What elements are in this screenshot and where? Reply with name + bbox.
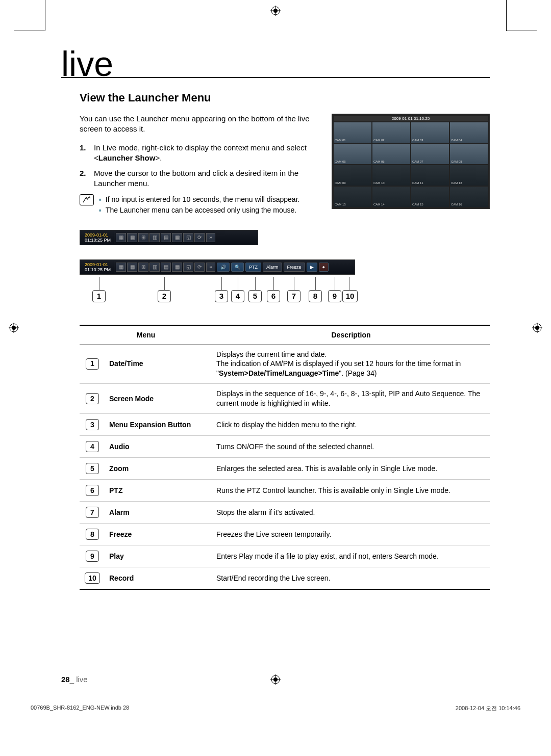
- row-num: 4: [86, 441, 99, 452]
- row-desc: Enters Play mode if a file to play exist…: [212, 545, 490, 567]
- print-timestamp: 2008-12-04 오전 10:14:46: [456, 705, 520, 712]
- callout-6: 6: [267, 290, 280, 302]
- table-row: 5 Zoom Enlarges the selected area. This …: [80, 457, 490, 479]
- col-description: Description: [212, 325, 490, 345]
- alarm-button[interactable]: Alarm: [263, 263, 282, 272]
- table-row: 8 Freeze Freezes the Live screen tempora…: [80, 523, 490, 545]
- split-16-icon[interactable]: ▦: [116, 263, 126, 272]
- split-8-icon[interactable]: ▤: [161, 263, 171, 272]
- menu-expand-button[interactable]: »: [206, 233, 215, 242]
- split-pip-icon[interactable]: ◱: [183, 263, 193, 272]
- split-6-icon[interactable]: ▥: [149, 263, 160, 272]
- row-num: 1: [86, 358, 99, 370]
- row-desc: Start/End recording the Live screen.: [212, 567, 490, 589]
- callout-2: 2: [158, 290, 171, 302]
- registration-mark-icon: [8, 322, 19, 333]
- split-auto-icon[interactable]: ⟳: [194, 233, 205, 242]
- cam-cell: CAM 11: [411, 165, 449, 186]
- row-num: 9: [86, 551, 99, 562]
- cam-cell: CAM 05: [334, 144, 371, 164]
- crop-mark: [14, 31, 45, 31]
- split-4-icon[interactable]: ⊞: [138, 233, 148, 242]
- split-auto-icon[interactable]: ⟳: [194, 263, 205, 272]
- row-num: 10: [85, 572, 100, 584]
- menu-expand-button[interactable]: »: [206, 263, 215, 272]
- callout-10: 10: [342, 290, 358, 302]
- row-num: 2: [86, 393, 99, 404]
- row-name: Zoom: [105, 457, 212, 479]
- note-1: If no input is entered for 10 seconds, t…: [99, 194, 299, 205]
- registration-mark-icon: [532, 322, 543, 333]
- step-1-bold: Launcher Show: [98, 153, 156, 162]
- callout-row: 1 2 3 4 5 6 7 8 9 10: [80, 277, 490, 307]
- split-pip-icon[interactable]: ◱: [183, 233, 193, 242]
- row-name: Alarm: [105, 501, 212, 523]
- menu-description-table: Menu Description 1 Date/Time Displays th…: [80, 325, 490, 590]
- row-name: Menu Expansion Button: [105, 413, 212, 435]
- intro-text: You can use the Launcher menu appearing …: [80, 114, 321, 135]
- registration-mark-icon: [270, 5, 281, 16]
- split-9-icon[interactable]: ▦: [127, 263, 137, 272]
- screen-mode-icons: ▦ ▦ ⊞ ▥ ▤ ▦ ◱ ⟳: [116, 233, 205, 242]
- row-num: 8: [86, 529, 99, 540]
- split-13-icon[interactable]: ▦: [172, 233, 182, 242]
- crop-mark: [506, 0, 507, 31]
- screen-mode-icons: ▦ ▦ ⊞ ▥ ▤ ▦ ◱ ⟳: [116, 263, 205, 272]
- cam-cell: CAM 07: [411, 144, 449, 164]
- table-row: 3 Menu Expansion Button Click to display…: [80, 413, 490, 435]
- zoom-button[interactable]: 🔍: [231, 263, 244, 272]
- row-desc: Freezes the Live screen temporarily.: [212, 523, 490, 545]
- col-menu: Menu: [80, 325, 212, 345]
- cam-cell: CAM 12: [450, 165, 488, 186]
- table-row: 2 Screen Mode Displays in the sequence o…: [80, 384, 490, 414]
- launcher-datetime: 2009-01-01 01:10:25 PM: [82, 231, 114, 244]
- cam-cell: CAM 01: [334, 122, 371, 143]
- crop-mark: [45, 0, 45, 31]
- print-file: 00769B_SHR-8162_ENG-NEW.indb 28: [31, 705, 129, 712]
- table-row: 7 Alarm Stops the alarm if it's activate…: [80, 501, 490, 523]
- note-icon: [80, 194, 94, 205]
- live-screen-preview: 2009-01-01 01:10:25 CAM 01 CAM 02 CAM 03…: [332, 114, 490, 216]
- cam-cell: CAM 03: [411, 122, 449, 143]
- row-name: PTZ: [105, 479, 212, 501]
- row-num: 5: [86, 463, 99, 474]
- cam-cell: CAM 16: [450, 187, 488, 207]
- row-name: Audio: [105, 435, 212, 457]
- split-16-icon[interactable]: ▦: [116, 233, 126, 242]
- row-name: Play: [105, 545, 212, 567]
- split-6-icon[interactable]: ▥: [149, 233, 160, 242]
- row-desc: Stops the alarm if it's activated.: [212, 501, 490, 523]
- callout-5: 5: [248, 290, 262, 302]
- audio-button[interactable]: 🔊: [217, 263, 230, 272]
- row-name: Record: [105, 567, 212, 589]
- grid-timestamp: 2009-01-01 01:10:25: [334, 116, 488, 121]
- page-number: 28: [61, 675, 70, 684]
- step-2: Move the cursor to the bottom and click …: [80, 168, 321, 189]
- split-13-icon[interactable]: ▦: [172, 263, 182, 272]
- ptz-button[interactable]: PTZ: [245, 263, 261, 272]
- row-desc: Displays the current time and date. The …: [212, 344, 490, 384]
- row-desc: Runs the PTZ Control launcher. This is a…: [212, 479, 490, 501]
- record-button[interactable]: ●: [319, 263, 329, 272]
- step-1: In Live mode, right-click to display the…: [80, 143, 321, 164]
- table-row: 1 Date/Time Displays the current time an…: [80, 344, 490, 384]
- split-4-icon[interactable]: ⊞: [138, 263, 148, 272]
- row-num: 3: [86, 419, 99, 430]
- table-row: 10 Record Start/End recording the Live s…: [80, 567, 490, 589]
- play-button[interactable]: ▶: [307, 263, 317, 272]
- launcher-bar-collapsed: 2009-01-01 01:10:25 PM ▦ ▦ ⊞ ▥ ▤ ▦ ◱ ⟳ »: [80, 230, 258, 245]
- freeze-button[interactable]: Freeze: [284, 263, 305, 272]
- page-footer: 28_ live: [61, 675, 88, 684]
- cam-cell: CAM 14: [372, 187, 410, 207]
- row-num: 7: [86, 507, 99, 518]
- callout-7: 7: [287, 290, 300, 302]
- note-2: The Launcher menu can be accessed only u…: [99, 205, 299, 216]
- chapter-title: live: [61, 51, 490, 78]
- cam-cell: CAM 15: [411, 187, 449, 207]
- cam-cell: CAM 09: [334, 165, 371, 186]
- print-metadata: 00769B_SHR-8162_ENG-NEW.indb 28 2008-12-…: [31, 705, 520, 712]
- split-9-icon[interactable]: ▦: [127, 233, 137, 242]
- step-1-after: >.: [155, 153, 162, 162]
- cam-cell: CAM 10: [372, 165, 410, 186]
- split-8-icon[interactable]: ▤: [161, 233, 171, 242]
